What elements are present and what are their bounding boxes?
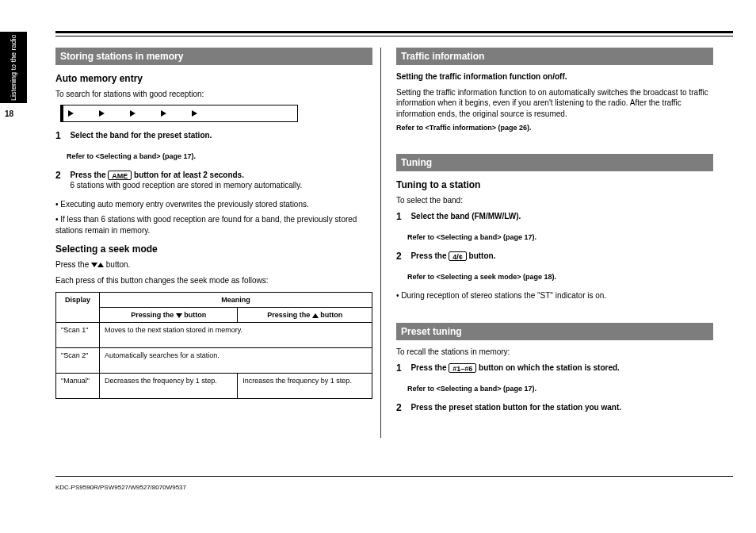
footer-rule [55, 476, 733, 477]
tuning-step-2: 2 Press the 4/¢ button. [396, 251, 713, 265]
side-tab: Listening to the radio [0, 32, 27, 103]
top-rule-heavy [55, 31, 733, 33]
subhead-seek-mode: Selecting a seek mode [55, 243, 372, 255]
ame-key: AME [108, 171, 132, 180]
auto-note-2: • If less than 6 stations with good rece… [55, 214, 372, 236]
heading-tuning: Tuning [396, 154, 713, 171]
auto-note-1: • Executing auto memory entry overwrites… [55, 199, 372, 210]
traffic-lead: Setting the traffic information function… [396, 71, 713, 82]
heading-traffic-info: Traffic information [396, 48, 713, 65]
th-display: Display [56, 293, 100, 323]
chevron-down-icon [176, 313, 182, 318]
preset-step-2: 2 Press the preset station button for th… [396, 402, 713, 416]
subhead-tuning-station: Tuning to a station [396, 179, 713, 190]
th-up: Pressing the button [238, 308, 372, 323]
seek-lead-2: Each press of this button changes the se… [55, 275, 372, 286]
th-down: Pressing the button [100, 308, 238, 323]
th-meaning: Meaning [100, 293, 372, 308]
search-progress-graphic [60, 105, 298, 122]
traffic-note: Setting the traffic information function… [396, 87, 713, 120]
tuning-step-1: 1 Select the band (FM/MW/LW). [396, 211, 713, 225]
top-rule-thin [55, 36, 733, 36]
table-row: "Scan 2" Automatically searches for a st… [56, 348, 372, 374]
preset-ref: Refer to <Selecting a band> (page 17). [407, 385, 713, 393]
seek-mode-table: Display Meaning Pressing the button Pres… [55, 292, 372, 399]
auto-ref-1: Refer to <Selecting a band> (page 17). [67, 152, 372, 160]
traffic-ref: Refer to <Traffic information> (page 26)… [396, 124, 713, 132]
tuning-ref-2: Refer to <Selecting a seek mode> (page 1… [407, 273, 713, 281]
chevron-down-icon [91, 263, 97, 267]
auto-memory-lead: To search for stations with good recepti… [55, 89, 372, 100]
heading-storing-stations: Storing stations in memory [55, 48, 372, 65]
tuning-lead: To select the band: [396, 195, 713, 206]
auto-step-2: 2 Press the AME button for at least 2 se… [55, 170, 372, 191]
subhead-auto-memory: Auto memory entry [55, 73, 372, 84]
seek-key: 4/¢ [449, 251, 467, 261]
chevron-up-icon [312, 313, 319, 318]
table-row: "Manual" Decreases the frequency by 1 st… [56, 374, 372, 399]
tuning-note: • During reception of stereo stations th… [396, 290, 713, 301]
preset-key: #1–#6 [449, 363, 476, 373]
seek-lead: Press the button. [55, 259, 372, 270]
preset-step-1: 1 Press the #1–#6 button on which the st… [396, 362, 713, 377]
page-number: 18 [5, 109, 13, 118]
heading-preset-tuning: Preset tuning [396, 323, 713, 340]
tuning-ref-1: Refer to <Selecting a band> (page 17). [407, 233, 713, 241]
auto-step-1: 1 Select the band for the preset station… [55, 130, 372, 144]
preset-lead: To recall the stations in memory: [396, 347, 713, 358]
chevron-up-icon [97, 263, 104, 267]
column-divider [380, 48, 381, 438]
table-row: "Scan 1" Moves to the next station store… [56, 323, 372, 348]
footer-model: KDC-PS9590R/PSW9527/W9527/8070W9537 [55, 484, 186, 491]
